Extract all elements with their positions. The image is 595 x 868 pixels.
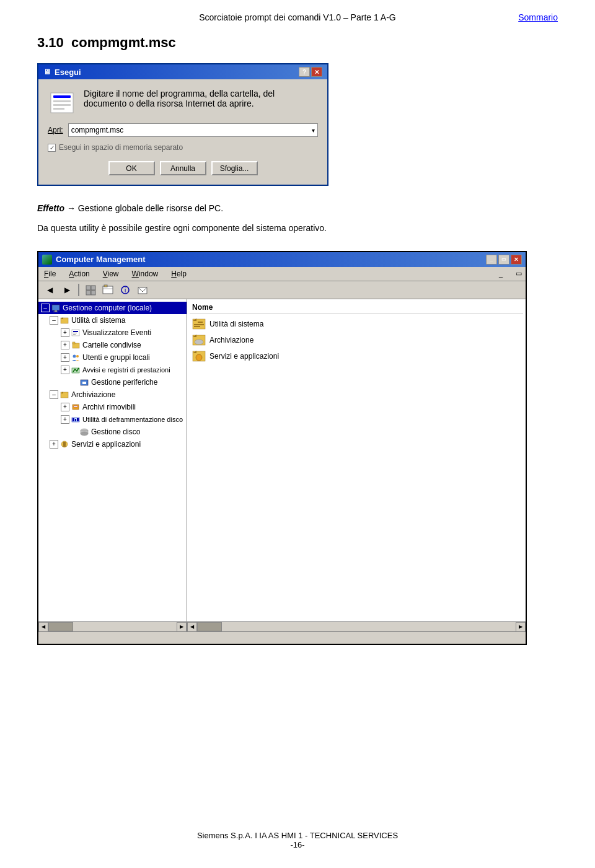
tree-icon-services — [60, 439, 69, 449]
toolbar-btn-3[interactable]: i — [118, 283, 133, 297]
menu-help[interactable]: Help — [169, 268, 188, 279]
tree-expand-archive[interactable]: – — [50, 390, 58, 399]
svg-rect-22 — [73, 333, 77, 333]
tree-expand-root[interactable]: – — [41, 304, 50, 312]
tree-scroll-track[interactable] — [48, 622, 177, 631]
section-title: 3.10 compmgmt.msc — [37, 35, 558, 51]
tree-item-archive[interactable]: – Archiviazione — [38, 388, 187, 401]
run-icon — [50, 92, 74, 114]
svg-rect-21 — [73, 331, 78, 332]
tree-expand-removable[interactable]: + — [61, 403, 69, 411]
sommario-link[interactable]: Sommario — [518, 12, 558, 22]
esegui-open-label: Apri: — [48, 126, 63, 134]
toolbar-btn-4[interactable] — [135, 283, 150, 297]
esegui-body: Digitare il nome del programma, della ca… — [38, 79, 327, 185]
tree-item-disk[interactable]: Gestione disco — [38, 426, 187, 438]
toolbar-forward[interactable]: ▶ — [60, 283, 74, 297]
svg-rect-3 — [53, 104, 71, 106]
tree-label-alerts: Avvisi e registri di prestazioni — [82, 366, 170, 374]
right-scroll-track[interactable] — [197, 622, 516, 631]
tree-expand-users[interactable]: + — [61, 353, 69, 362]
page-header: Scorciatoie prompt dei comandi V1.0 – Pa… — [37, 12, 558, 22]
page-header-title: Scorciatoie prompt dei comandi V1.0 – Pa… — [199, 12, 396, 22]
tree-label-removable: Archivi rimovibili — [82, 403, 136, 411]
cm-restore-button[interactable]: ▭ — [498, 255, 509, 265]
cm-minimize-button[interactable]: _ — [486, 255, 497, 265]
cm-right-item-2[interactable]: Archiviazione — [190, 332, 523, 348]
cm-close-button[interactable]: ✕ — [511, 255, 522, 265]
tree-item-devices[interactable]: Gestione periferiche — [38, 376, 187, 388]
tree-item-users[interactable]: + Utenti e gruppi locali — [38, 351, 187, 364]
tree-scroll-thumb[interactable] — [48, 622, 73, 631]
tree-item-root[interactable]: – Gestione computer (locale) — [38, 302, 187, 314]
svg-rect-38 — [77, 418, 79, 421]
tree-icon-computer — [51, 303, 61, 313]
tree-item-alerts[interactable]: + Avvisi e registri di prestazioni — [38, 364, 187, 376]
esegui-browse-button[interactable]: Sfoglia... — [211, 161, 258, 175]
tree-icon-defrag — [71, 414, 81, 424]
tree-item-folders[interactable]: + Cartelle condivise — [38, 339, 187, 351]
esegui-icon — [48, 89, 76, 117]
cm-right-icon-2 — [192, 333, 206, 347]
tree-expand-services[interactable]: + — [50, 440, 58, 449]
tree-expand-utility[interactable]: – — [50, 316, 58, 325]
menu-file[interactable]: File — [42, 268, 58, 279]
esegui-close-button[interactable]: ✕ — [311, 67, 322, 77]
esegui-input-field[interactable]: compmgmt.msc ▾ — [68, 123, 318, 137]
cm-menubar: File Action View Window Help _ ▭ — [38, 267, 526, 281]
cm-toolbar: ◀ ▶ i — [38, 281, 526, 299]
toolbar-btn-1[interactable] — [83, 283, 98, 297]
tree-icon-events — [71, 328, 81, 338]
cm-right-item-3[interactable]: Servizi e applicazioni — [190, 348, 523, 364]
right-scroll-right[interactable]: ▶ — [516, 622, 526, 632]
tree-item-utility[interactable]: – Utilità di sistema — [38, 314, 187, 327]
esegui-ok-button[interactable]: OK — [108, 161, 155, 175]
tree-label-folders: Cartelle condivise — [82, 341, 141, 349]
tree-scroll-left[interactable]: ◀ — [38, 622, 48, 632]
esegui-dialog-title: Esegui — [55, 68, 81, 77]
tree-item-events[interactable]: + Visualizzatore Eventi — [38, 327, 187, 339]
svg-rect-30 — [82, 382, 86, 384]
tree-icon-alerts — [71, 365, 81, 375]
menu-action[interactable]: Action — [67, 268, 91, 279]
right-scroll-left[interactable]: ◀ — [187, 622, 197, 632]
svg-rect-9 — [103, 286, 113, 294]
svg-rect-6 — [91, 286, 95, 290]
tree-item-services[interactable]: + Servizi e applicazioni — [38, 438, 187, 450]
esegui-checkbox[interactable]: ✓ — [48, 144, 56, 152]
effect-text: Effetto → Gestione globale delle risorse… — [37, 201, 558, 215]
tree-expand-folders[interactable]: + — [61, 341, 69, 349]
cm-right-panel: Nome Utilità di sistema Archiviazione — [187, 299, 526, 621]
svg-rect-49 — [194, 326, 200, 327]
svg-rect-25 — [73, 342, 75, 344]
cm-window-title: Computer Management — [56, 255, 145, 264]
tree-label-users: Utenti e gruppi locali — [82, 353, 150, 362]
toolbar-btn-2[interactable] — [100, 283, 115, 297]
tree-scroll-right[interactable]: ▶ — [177, 622, 187, 632]
menu-window[interactable]: Window — [130, 268, 161, 279]
menu-view[interactable]: View — [101, 268, 121, 279]
tree-expand-defrag[interactable]: + — [61, 415, 69, 424]
cm-min-icon: _ — [499, 270, 503, 278]
svg-point-26 — [73, 354, 76, 357]
toolbar-back[interactable]: ◀ — [42, 283, 57, 297]
svg-point-52 — [195, 340, 203, 344]
tree-item-removable[interactable]: + Archivi rimovibili — [38, 401, 187, 413]
tree-expand-events[interactable]: + — [61, 328, 69, 337]
tree-icon-archive — [60, 390, 69, 400]
cm-right-item-1[interactable]: Utilità di sistema — [190, 316, 523, 332]
tree-icon-removable — [71, 402, 81, 412]
tree-item-defrag[interactable]: + Utilità di deframmentazione disco — [38, 413, 187, 426]
right-scroll-thumb[interactable] — [197, 622, 222, 631]
cm-scrollbar-area: ◀ ▶ ◀ ▶ — [38, 621, 526, 631]
cm-tree-hscroll: ◀ ▶ — [38, 622, 187, 631]
tree-icon-folders — [71, 340, 81, 350]
esegui-help-button[interactable]: ? — [299, 67, 310, 77]
tree-icon-utility — [60, 315, 69, 325]
cm-right-icon-3 — [192, 349, 206, 363]
tree-expand-alerts[interactable]: + — [61, 366, 69, 374]
svg-rect-5 — [86, 286, 90, 290]
svg-rect-37 — [75, 419, 76, 421]
tree-icon-devices — [79, 377, 89, 387]
esegui-cancel-button[interactable]: Annulla — [160, 161, 206, 175]
